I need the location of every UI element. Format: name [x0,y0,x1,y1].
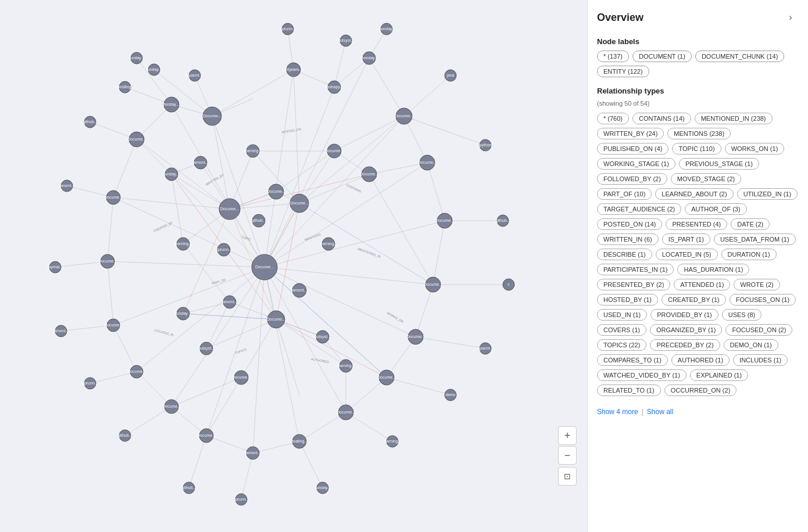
relationship-type-tag[interactable]: INCLUDES (1) [733,354,788,366]
svg-line-81 [416,337,485,348]
relationship-type-tag[interactable]: RELATED_TO (1) [597,384,661,396]
svg-line-56 [433,221,445,285]
relationship-type-tag[interactable]: DESCRIBE (1) [597,249,652,260]
sidebar-collapse-button[interactable]: › [782,9,799,26]
relationship-type-tag[interactable]: USES_DATA_FROM (1) [714,233,796,245]
svg-point-216 [497,215,509,227]
svg-point-214 [480,139,491,151]
relationship-type-tag[interactable]: PARTICIPATES_IN (1) [597,264,674,275]
svg-point-162 [292,434,306,448]
svg-point-144 [328,81,341,94]
relationship-types-title: Relationship types [597,87,799,95]
relationship-type-tag[interactable]: FOLLOWED_BY (2) [597,173,667,185]
zoom-out-button[interactable]: − [558,446,577,465]
relationship-type-tag[interactable]: USES (8) [722,309,761,321]
svg-line-89 [61,325,113,331]
relationship-type-tag[interactable]: DEMO_ON (1) [724,339,778,351]
relationship-type-tag[interactable]: LEARNED_ABOUT (2) [655,188,733,200]
relationship-type-tag[interactable]: HAS_DURATION (1) [677,264,749,275]
relationship-type-tag[interactable]: WORKS_ON (1) [725,143,785,154]
svg-point-142 [287,63,301,77]
relationship-type-tag[interactable]: WROTE (2) [734,279,780,290]
relationship-type-tag[interactable]: FOCUSED_ON (2) [725,324,792,336]
relationship-type-tag[interactable]: EXPLAINED (1) [690,369,748,381]
fit-button[interactable]: ⊡ [558,467,577,486]
node-labels-container: * (137)DOCUMENT (1)DOCUMENT_CHUNK (14)EN… [597,51,799,77]
svg-point-220 [480,343,491,354]
relationship-type-tag[interactable]: UTILIZED_IN (1) [737,188,798,200]
svg-line-67 [108,197,113,261]
relationship-type-tag[interactable]: PRESENTED (4) [666,218,727,230]
relationship-type-tag[interactable]: PROVIDED_BY (1) [650,309,718,321]
svg-point-140 [164,97,179,112]
relationship-type-tag[interactable]: USED_IN (1) [597,309,647,321]
relationship-type-tag[interactable]: PRESENTED_BY (2) [597,279,670,290]
relationship-type-tag[interactable]: WATCHED_VIDEO_BY (1) [597,369,687,381]
svg-text:AUTHORED: AUTHORED [311,357,329,364]
svg-line-101 [171,174,183,244]
svg-point-254 [217,243,230,256]
zoom-in-button[interactable]: + [558,426,577,445]
relationship-type-tag[interactable]: COMPARES_TO (1) [597,354,668,366]
relationship-type-tag[interactable]: WRITTEN_BY (24) [597,128,664,139]
node-label-tag[interactable]: * (137) [597,51,629,62]
svg-line-2 [264,70,294,267]
svg-line-18 [108,261,264,267]
relationship-type-tag[interactable]: ORGANIZED_BY (1) [650,324,723,336]
svg-point-212 [445,70,456,81]
svg-line-34 [299,116,404,203]
svg-text:POSTED_ON: POSTED_ON [281,127,301,134]
graph-area[interactable]: .node-circle { fill: #7a8096; stroke: #5… [0,0,587,532]
relationship-type-tag[interactable]: CREATED_BY (1) [662,294,726,305]
show-all-link[interactable]: Show all [647,408,673,416]
svg-point-160 [338,405,353,420]
svg-line-74 [183,314,276,319]
relationship-type-tag[interactable]: FOCUSES_ON (1) [730,294,796,305]
relationship-type-tag[interactable]: TOPIC (110) [672,143,721,154]
svg-point-184 [194,156,207,169]
relationship-type-tag[interactable]: * (760) [597,113,629,124]
relationship-type-tag[interactable]: POSTED_ON (14) [597,218,662,230]
relationship-type-tag[interactable]: ATTENDED (1) [674,279,730,290]
svg-point-250 [381,23,392,35]
svg-line-44 [206,319,276,348]
relationship-type-tag[interactable]: LOCATED_IN (5) [656,249,718,260]
node-label-tag[interactable]: DOCUMENT_CHUNK (14) [695,51,784,62]
svg-line-7 [264,221,445,267]
relationship-type-tag[interactable]: MOVED_STAGE (2) [671,173,741,185]
relationship-type-tag[interactable]: TOPICS (22) [597,339,646,351]
relationship-subtitle: (showing 50 of 54) [597,100,799,107]
relationship-type-tag[interactable]: PRECEDED_BY (2) [650,339,720,351]
svg-point-186 [165,168,178,181]
relationship-type-tag[interactable]: MENTIONED_IN (238) [695,113,773,124]
relationship-type-tag[interactable]: MENTIONS (238) [667,128,731,139]
svg-line-103 [183,302,230,314]
node-label-tag[interactable]: DOCUMENT (1) [632,51,692,62]
node-label-tag[interactable]: ENTITY (122) [597,66,649,77]
relationship-type-tag[interactable]: PREVIOUS_STAGE (1) [679,158,759,170]
svg-line-66 [108,261,113,325]
show-more-link[interactable]: Show 4 more [597,408,638,416]
svg-line-73 [299,203,433,285]
relationship-type-tag[interactable]: OCCURRED_ON (2) [664,384,737,396]
relationship-type-tag[interactable]: WORKING_STAGE (1) [597,158,675,170]
svg-text:WRITTEN_BY: WRITTEN_BY [205,173,225,186]
relationship-type-tag[interactable]: DURATION (1) [721,249,777,260]
svg-line-108 [171,378,241,407]
relationship-type-tag[interactable]: WRITTEN_IN (6) [597,233,659,245]
relationship-type-tag[interactable]: IS_PART (1) [662,233,710,245]
relationship-type-tag[interactable]: PUBLISHED_ON (4) [597,143,668,154]
relationship-type-tag[interactable]: AUTHORED (1) [671,354,730,366]
relationship-type-tag[interactable]: HOSTED_BY (1) [597,294,658,305]
svg-point-132 [219,199,240,220]
relationship-type-tag[interactable]: TARGET_AUDIENCE (2) [597,203,681,215]
relationship-type-tag[interactable]: CONTAINS (14) [632,113,691,124]
relationship-type-tag[interactable]: PART_OF (10) [597,188,652,200]
svg-line-48 [212,70,294,116]
svg-line-57 [416,285,433,337]
relationship-type-tag[interactable]: DATE (2) [731,218,770,230]
svg-point-230 [183,482,195,494]
relationship-type-tag[interactable]: AUTHOR_OF (3) [685,203,746,215]
svg-line-9 [264,267,416,337]
relationship-type-tag[interactable]: COVERS (1) [597,324,646,336]
